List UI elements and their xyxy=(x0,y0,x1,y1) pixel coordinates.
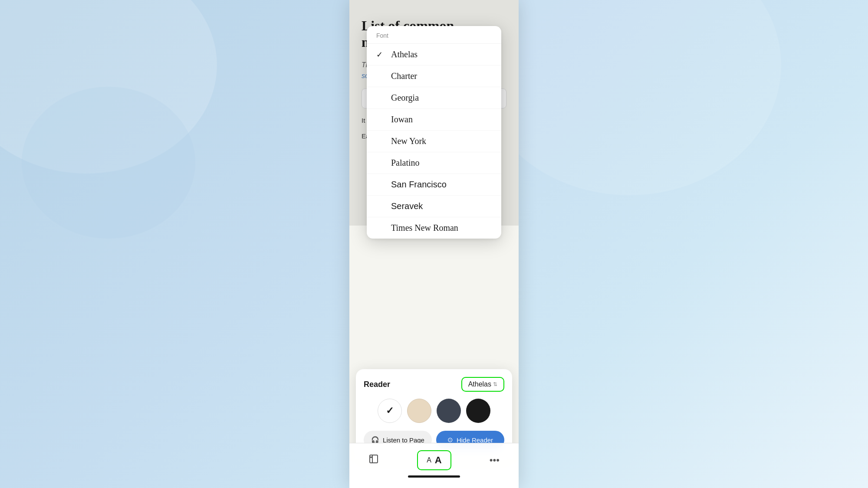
text-size-large-icon: A xyxy=(435,455,442,466)
font-item-iowan[interactable]: Iowan xyxy=(367,109,501,131)
reader-label: Reader xyxy=(364,380,390,389)
font-item-seravek[interactable]: Seravek xyxy=(367,196,501,217)
font-check-athelas: ✓ xyxy=(376,50,386,59)
font-item-charter[interactable]: Charter xyxy=(367,66,501,87)
font-selector-chevron-icon: ⇅ xyxy=(493,381,497,387)
font-label-charter: Charter xyxy=(391,71,417,81)
bg-decoration-1 xyxy=(0,0,217,174)
color-swatch-beige[interactable] xyxy=(407,399,431,423)
font-dropdown-header: Font xyxy=(367,26,501,44)
bg-decoration-2 xyxy=(22,87,195,239)
color-swatch-white[interactable]: ✓ xyxy=(378,399,402,423)
font-dropdown: Font ✓ Athelas Charter Georgia Iowan New… xyxy=(367,26,501,239)
nav-item-text-size[interactable]: A A xyxy=(410,449,458,472)
font-selector-button[interactable]: Athelas ⇅ xyxy=(461,377,504,392)
swatch-check-icon: ✓ xyxy=(386,405,394,416)
font-item-sanfrancisco[interactable]: San Francisco xyxy=(367,174,501,196)
bg-decoration-3 xyxy=(477,0,781,195)
hide-reader-label: Hide Reader xyxy=(457,436,493,444)
font-item-newyork[interactable]: New York xyxy=(367,131,501,152)
font-selector-text: Athelas xyxy=(468,380,491,388)
reader-panel: List of commonmisco This is a o satisfy … xyxy=(349,0,519,488)
nav-item-reader[interactable] xyxy=(362,452,386,468)
font-item-palatino[interactable]: Palatino xyxy=(367,152,501,174)
font-label-iowan: Iowan xyxy=(391,115,413,124)
font-label-athelas: Athelas xyxy=(391,49,418,59)
font-label-palatino: Palatino xyxy=(391,158,420,168)
font-label-timesnewroman: Times New Roman xyxy=(391,223,458,233)
listen-button-label: Listen to Page xyxy=(383,436,424,444)
home-indicator xyxy=(408,475,460,478)
bottom-nav: A A ••• xyxy=(349,443,519,488)
font-label-seravek: Seravek xyxy=(391,201,423,211)
font-item-timesnewroman[interactable]: Times New Roman xyxy=(367,217,501,239)
svg-rect-0 xyxy=(370,455,378,463)
color-swatches: ✓ xyxy=(364,399,504,423)
svg-point-2 xyxy=(371,457,372,458)
text-size-button[interactable]: A A xyxy=(417,450,451,470)
font-label-sanfrancisco: San Francisco xyxy=(391,180,447,190)
reader-nav-icon xyxy=(368,454,379,467)
nav-item-more[interactable]: ••• xyxy=(483,453,506,468)
more-options-icon: ••• xyxy=(490,455,500,466)
color-swatch-black[interactable] xyxy=(466,399,490,423)
font-label-georgia: Georgia xyxy=(391,93,419,103)
reader-toolbar-top: Reader Athelas ⇅ xyxy=(364,377,504,392)
font-item-athelas[interactable]: ✓ Athelas xyxy=(367,44,501,66)
bottom-nav-items: A A ••• xyxy=(349,449,519,472)
font-label-newyork: New York xyxy=(391,136,426,146)
font-item-georgia[interactable]: Georgia xyxy=(367,87,501,109)
text-size-small-icon: A xyxy=(427,456,431,464)
color-swatch-dark[interactable] xyxy=(437,399,461,423)
